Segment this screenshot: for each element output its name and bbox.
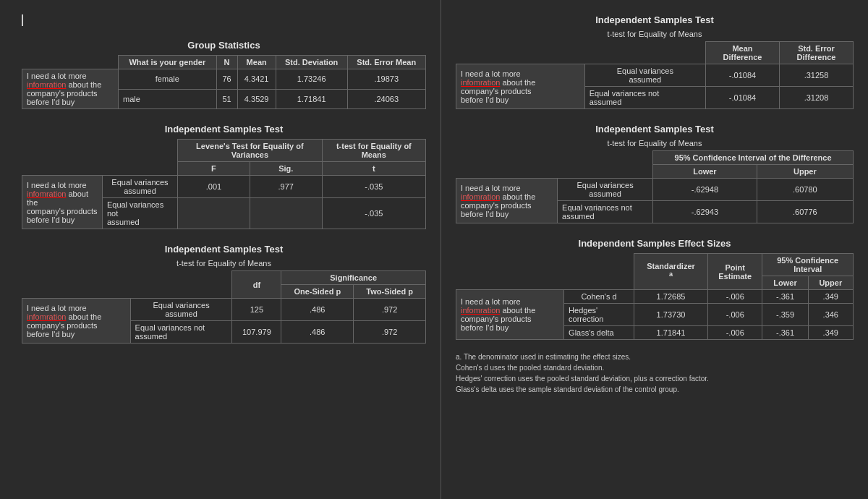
eq-var-not-assumed3: Equal variances notassumed [584,87,705,109]
col-mean-diff: MeanDifference [706,42,780,64]
hedges-std: 1.73730 [634,304,707,326]
col-sig: Sig. [250,162,322,176]
eq-var-assumed3: Equal variancesassumed [584,64,705,87]
right-panel: Independent Samples Test t-test for Equa… [441,0,868,499]
cohens-d-point: -.006 [708,290,762,304]
col-point-est: PointEstimate [708,254,762,290]
col-std-err-diff: Std. ErrorDifference [779,42,853,64]
mean-diff-val1: -.01084 [706,64,780,87]
var4-line1: I need a lot more [461,184,521,192]
var5-line1: I need a lot more [461,297,521,306]
one-sided-val1: .486 [281,299,354,321]
col-lower: Lower [653,165,757,179]
hedges-upper: .346 [808,304,853,326]
var2-line1: I need a lot more [27,304,87,312]
two-sided-val1: .972 [354,299,426,321]
mean-diff-val2: -.01084 [706,87,780,109]
sig-val1: .977 [250,176,322,198]
var3-line2: infomration [461,78,500,87]
glass-label: Glass's delta [564,326,634,340]
ci-header: 95% Confidence Interval of the Differenc… [653,151,854,165]
ind-test1-title: Independent Samples Test [22,124,426,135]
ind-test3-title: Independent Samples Test [456,14,854,25]
t-val1: -.035 [322,176,425,198]
var1-line2: infomration [27,189,66,198]
var3-line1: I need a lot more [461,69,521,78]
f-empty1 [178,198,250,229]
gender-male: male [118,89,216,109]
col-df: df [232,271,281,299]
var-label-effect: I need a lot more infomration about the … [456,290,564,340]
var3-line4: before I'd buy [461,95,509,104]
f-val1: .001 [178,176,250,198]
footnote-4: Glass's delta uses the sample standard d… [456,384,854,395]
one-sided-val2: .486 [281,321,354,344]
lower-val1: -.62948 [653,179,757,201]
col-gender: What is your gender [118,56,216,69]
var2-line2: infomration [27,312,66,321]
var-line4: before I'd buy [27,98,75,106]
col-ci-header: 95% ConfidenceInterval [762,254,854,276]
eq-var-not-assumed2: Equal variances notassumed [130,321,232,344]
col-two-sided: Two-Sided p [354,285,426,299]
lower-val2: -.62943 [653,201,757,223]
hedges-label: Hedges'correction [564,304,634,326]
var3-line2b: about the [500,78,535,87]
ttest-header: t-test for Equality of Means [322,140,425,162]
mean-male: 4.3529 [237,89,276,109]
var4-line2: infomration [461,192,500,201]
t-val2: -.035 [322,198,425,229]
n-male: 51 [216,89,237,109]
cohens-d-upper: .349 [808,290,853,304]
var-label-ind3: I need a lot more infomration about the … [456,64,585,109]
var3-line3: company's products [461,87,531,95]
var5-line3: company's products [461,315,531,323]
var-label-group: I need a lot more infomration about the … [22,69,119,109]
var-line3: company's products [27,89,97,98]
ind-test3-sub: t-test for Equality of Means [456,30,854,38]
eq-var-assumed4: Equal variancesassumed [558,179,653,201]
ind-test2-table: df Significance One-Sided p Two-Sided p … [22,270,426,344]
glass-lower: -.361 [762,326,808,340]
var2-line3: company's products [27,321,97,330]
col-ci-lower: Lower [762,276,808,290]
cursor [22,14,23,26]
var2-line4: before I'd buy [27,330,75,338]
var-label-ind1: I need a lot more infomration about the … [22,176,103,229]
cohens-d-lower: -.361 [762,290,808,304]
var-line2b: about the [66,80,101,89]
var4-line3: company's products [461,201,531,210]
upper-val2: .60776 [757,201,853,223]
var1-line3: company's products [27,207,97,216]
footnotes: a. The denominator used in estimating th… [456,351,854,395]
hedges-lower: -.359 [762,304,808,326]
sig-empty1 [250,198,322,229]
var2-line2b: about the [66,312,101,321]
cohens-d-label: Cohen's d [564,290,634,304]
eq-var-not-assumed4: Equal variances notassumed [558,201,653,223]
ind-test4-sub: t-test for Equality of Means [456,139,854,148]
levene-header: Levene's Test for Equality of Variances [178,140,323,162]
df-val1: 125 [232,299,281,321]
var5-line2: infomration [461,306,500,315]
effect-sizes-title: Independent Samples Effect Sizes [456,238,854,249]
col-standardizer: Standardizera [634,254,707,290]
ind-test4-table: 95% Confidence Interval of the Differenc… [456,150,854,223]
std-err-diff-val1: .31258 [779,64,853,87]
ind-test2-sub: t-test for Equality of Means [22,259,426,268]
left-panel: Group Statistics What is your gender N M… [0,0,441,499]
ind-test1-table: Levene's Test for Equality of Variances … [22,139,426,229]
stderr-female: .19873 [347,69,426,90]
footnote-3: Hedges' correction uses the pooled stand… [456,373,854,384]
col-mean: Mean [237,56,276,69]
eq-var-assumed1: Equal variancesassumed [102,176,177,198]
eq-var-assumed2: Equal variancesassumed [130,299,232,321]
eq-var-not-assumed1: Equal variances notassumed [102,198,177,229]
var-label-ind4: I need a lot more infomration about the … [456,179,558,223]
stddev-female: 1.73246 [276,69,347,90]
stddev-male: 1.71841 [276,89,347,109]
group-stats-table: What is your gender N Mean Std. Deviatio… [22,55,426,109]
two-sided-val2: .972 [354,321,426,344]
ind-test2-title: Independent Samples Test [22,244,426,255]
ind-test4-title: Independent Samples Test [456,124,854,135]
